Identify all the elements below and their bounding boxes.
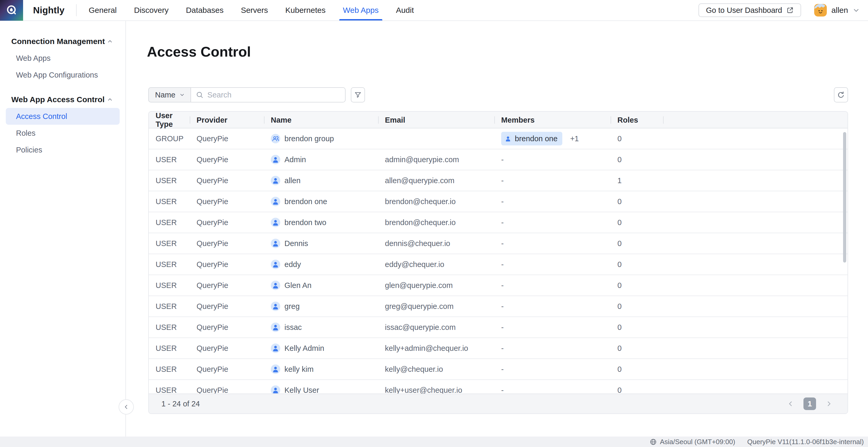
sidebar-section-connection-management: Connection ManagementWeb AppsWeb App Con… xyxy=(0,33,125,83)
sidebar-section-title[interactable]: Connection Management xyxy=(0,33,125,50)
user-menu-chevron-down-icon[interactable] xyxy=(852,6,860,14)
sidebar-item-roles[interactable]: Roles xyxy=(0,125,125,141)
topnav-item-general[interactable]: General xyxy=(89,0,117,21)
table-row[interactable]: USERQueryPieDennisdennis@chequer.io-0 xyxy=(149,233,847,254)
user-name[interactable]: allen xyxy=(832,6,848,15)
sidebar-item-web-app-configurations[interactable]: Web App Configurations xyxy=(0,67,125,83)
cell-name: eddy xyxy=(264,260,378,269)
cell-provider: QueryPie xyxy=(190,134,264,143)
cell-members: - xyxy=(494,176,611,185)
table-row[interactable]: USERQueryPieallenallen@querypie.com-1 xyxy=(149,170,847,191)
cell-roles: 0 xyxy=(611,197,663,206)
name-label: Dennis xyxy=(284,239,308,248)
table-row[interactable]: USERQueryPieGlen Anglen@querypie.com-0 xyxy=(149,275,847,296)
person-avatar-icon xyxy=(271,281,280,290)
topnav-item-databases[interactable]: Databases xyxy=(186,0,223,21)
cell-email: greg@querypie.com xyxy=(378,302,494,311)
sidebar-item-policies[interactable]: Policies xyxy=(0,141,125,158)
cell-roles: 0 xyxy=(611,260,663,269)
table-row[interactable]: USERQueryPiekelly kimkelly@chequer.io-0 xyxy=(149,359,847,380)
cell-members: - xyxy=(494,344,611,353)
person-avatar-icon xyxy=(271,302,280,311)
cell-roles: 0 xyxy=(611,323,663,332)
search-icon xyxy=(196,91,204,99)
cell-email: kelly+user@chequer.io xyxy=(378,386,494,394)
cell-members: - xyxy=(494,239,611,248)
cell-members: - xyxy=(494,365,611,374)
filter-button[interactable] xyxy=(351,87,365,102)
go-to-user-dashboard-button[interactable]: Go to User Dashboard xyxy=(699,3,801,17)
chevron-down-icon xyxy=(179,92,185,98)
cell-email: admin@querypie.com xyxy=(378,156,494,164)
cell-user-type: USER xyxy=(149,218,190,227)
member-avatar-icon xyxy=(504,134,512,143)
cell-email: kelly+admin@chequer.io xyxy=(378,344,494,353)
user-avatar[interactable] xyxy=(814,4,827,16)
cell-provider: QueryPie xyxy=(190,218,264,227)
cell-roles: 0 xyxy=(611,218,663,227)
cell-name: issac xyxy=(264,322,378,332)
cell-members: brendon one+1 xyxy=(494,132,611,145)
table-row[interactable]: USERQueryPiegreggreg@querypie.com-0 xyxy=(149,296,847,317)
cell-user-type: USER xyxy=(149,386,190,394)
next-page-chevron-right-icon[interactable] xyxy=(825,400,833,408)
cell-user-type: USER xyxy=(149,260,190,269)
topnav-item-web-apps[interactable]: Web Apps xyxy=(343,0,379,21)
table-body: GROUPQueryPiebrendon groupbrendon one+10… xyxy=(149,128,847,401)
search-box xyxy=(190,87,346,102)
cell-name: brendon group xyxy=(264,134,378,143)
cell-user-type: USER xyxy=(149,176,190,185)
column-header-user-type: User Type xyxy=(149,112,190,128)
sidebar-section-title[interactable]: Web App Access Control xyxy=(0,91,125,108)
topnav-item-audit[interactable]: Audit xyxy=(396,0,414,21)
filter-toolbar: Name xyxy=(148,87,848,102)
topnav-item-kubernetes[interactable]: Kubernetes xyxy=(285,0,326,21)
status-footer: Asia/Seoul (GMT+09:00) QueryPie V11(11.1… xyxy=(0,437,868,447)
table-row[interactable]: USERQueryPieeddyeddy@chequer.io-0 xyxy=(149,254,847,275)
cell-user-type: USER xyxy=(149,281,190,290)
name-label: brendon one xyxy=(284,197,327,206)
person-avatar-icon xyxy=(271,239,280,248)
column-header-empty xyxy=(663,112,847,128)
sidebar: Connection ManagementWeb AppsWeb App Con… xyxy=(0,21,126,437)
topnav-item-discovery[interactable]: Discovery xyxy=(134,0,169,21)
search-input[interactable] xyxy=(207,91,340,99)
sidebar-item-web-apps[interactable]: Web Apps xyxy=(0,50,125,67)
table-row[interactable]: USERQueryPiebrendon onebrendon@chequer.i… xyxy=(149,191,847,212)
table-scrollbar[interactable] xyxy=(843,132,846,263)
sidebar-collapse-button[interactable] xyxy=(119,399,134,414)
cell-name: kelly kim xyxy=(264,365,378,374)
topnav-item-servers[interactable]: Servers xyxy=(241,0,268,21)
table-row[interactable]: GROUPQueryPiebrendon groupbrendon one+10 xyxy=(149,128,847,149)
cell-provider: QueryPie xyxy=(190,281,264,290)
table-row[interactable]: USERQueryPiebrendon twobrendon@chequer.i… xyxy=(149,212,847,233)
page-1-button[interactable]: 1 xyxy=(803,398,816,410)
timezone: Asia/Seoul (GMT+09:00) xyxy=(650,438,735,446)
table-row[interactable]: USERQueryPieAdminadmin@querypie.com-0 xyxy=(149,149,847,170)
table-row[interactable]: USERQueryPieissacissac@querypie.com-0 xyxy=(149,317,847,338)
topnav-items: GeneralDiscoveryDatabasesServersKubernet… xyxy=(89,0,414,21)
querypie-logo[interactable] xyxy=(0,0,23,21)
cell-name: brendon two xyxy=(264,218,378,227)
timezone-label: Asia/Seoul (GMT+09:00) xyxy=(660,438,735,446)
column-header-email: Email xyxy=(378,112,494,128)
cell-provider: QueryPie xyxy=(190,260,264,269)
previous-page-chevron-left-icon[interactable] xyxy=(787,400,795,408)
access-control-table: User TypeProviderNameEmailMembersRoles G… xyxy=(148,111,848,414)
cell-email: dennis@chequer.io xyxy=(378,239,494,248)
cell-user-type: USER xyxy=(149,156,190,164)
cell-user-type: USER xyxy=(149,239,190,248)
cell-user-type: USER xyxy=(149,344,190,353)
filter-field-select[interactable]: Name xyxy=(148,87,191,102)
cell-members: - xyxy=(494,197,611,206)
cell-email: eddy@chequer.io xyxy=(378,260,494,269)
table-row[interactable]: USERQueryPieKelly Adminkelly+admin@chequ… xyxy=(149,338,847,359)
cell-provider: QueryPie xyxy=(190,176,264,185)
sidebar-item-access-control[interactable]: Access Control xyxy=(6,108,120,125)
member-chip[interactable]: brendon one xyxy=(501,132,562,145)
cell-email: kelly@chequer.io xyxy=(378,365,494,374)
cell-members: - xyxy=(494,260,611,269)
person-avatar-icon xyxy=(271,176,280,185)
refresh-button[interactable] xyxy=(834,87,848,102)
go-to-user-dashboard-label: Go to User Dashboard xyxy=(706,6,782,15)
